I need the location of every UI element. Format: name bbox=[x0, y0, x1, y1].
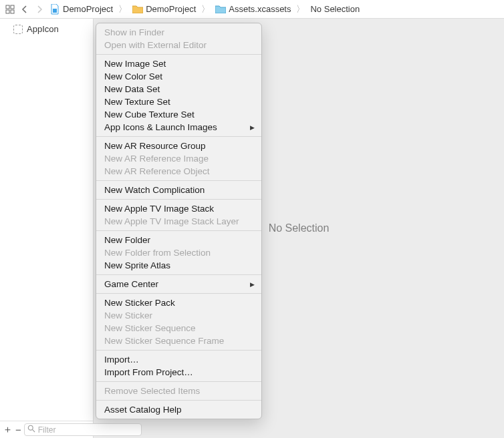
menu-item-label: Remove Selected Items bbox=[104, 386, 200, 396]
breadcrumb-project[interactable]: DemoProject bbox=[48, 0, 114, 18]
menu-item[interactable]: App Icons & Launch Images bbox=[96, 121, 261, 134]
back-button[interactable] bbox=[19, 3, 31, 15]
svg-line-6 bbox=[32, 430, 34, 432]
add-button[interactable]: ＋ bbox=[3, 423, 13, 437]
menu-item: New Sticker Sequence Frame bbox=[96, 335, 261, 347]
menu-separator bbox=[96, 400, 261, 401]
menu-item[interactable]: New Sprite Atlas bbox=[96, 259, 261, 272]
chevron-right-icon: 〉 bbox=[118, 3, 127, 15]
menu-item-label: New Folder bbox=[104, 235, 150, 245]
breadcrumb-assets[interactable]: Assets.xcassets bbox=[214, 0, 292, 18]
breadcrumb-label: DemoProject bbox=[63, 4, 113, 14]
assets-folder-icon bbox=[215, 4, 226, 15]
menu-separator bbox=[96, 350, 261, 351]
menu-item-label: Import From Project… bbox=[104, 367, 193, 377]
menu-item: New AR Reference Image bbox=[96, 152, 261, 165]
chevron-right-icon: 〉 bbox=[201, 3, 210, 15]
folder-icon bbox=[132, 4, 143, 15]
menu-item-label: New Apple TV Image Stack Layer bbox=[104, 216, 239, 226]
menu-item[interactable]: Asset Catalog Help bbox=[96, 403, 261, 416]
menu-item-label: Open with External Editor bbox=[104, 40, 207, 50]
menu-item[interactable]: New AR Resource Group bbox=[96, 140, 261, 152]
sidebar-footer: ＋ − bbox=[0, 421, 93, 438]
svg-rect-4 bbox=[53, 9, 57, 13]
menu-item-label: New AR Reference Image bbox=[104, 154, 209, 164]
menu-separator bbox=[96, 180, 261, 181]
menu-item: New Folder from Selection bbox=[96, 246, 261, 259]
menu-item-label: New Sprite Atlas bbox=[104, 260, 170, 270]
menu-item-label: Asset Catalog Help bbox=[104, 405, 182, 415]
appicon-icon bbox=[13, 25, 23, 34]
remove-button[interactable]: − bbox=[15, 423, 21, 437]
menu-item[interactable]: New Data Set bbox=[96, 83, 261, 95]
menu-item[interactable]: Import… bbox=[96, 353, 261, 366]
project-icon bbox=[49, 4, 60, 15]
menu-item-label: New Sticker Sequence bbox=[104, 323, 196, 333]
breadcrumb-label: No Selection bbox=[310, 4, 360, 14]
svg-point-5 bbox=[28, 425, 33, 430]
menu-item-label: New Sticker Sequence Frame bbox=[104, 336, 224, 346]
menu-item[interactable]: New Apple TV Image Stack bbox=[96, 202, 261, 215]
asset-item-appicon[interactable]: AppIcon bbox=[0, 23, 93, 35]
menu-separator bbox=[96, 136, 261, 137]
menu-item-label: New Image Set bbox=[104, 59, 166, 69]
svg-rect-3 bbox=[11, 10, 14, 13]
breadcrumb-label: Assets.xcassets bbox=[229, 4, 291, 14]
menu-item[interactable]: New Image Set bbox=[96, 57, 261, 70]
menu-item-label: New Apple TV Image Stack bbox=[104, 204, 214, 214]
menu-item-label: App Icons & Launch Images bbox=[104, 122, 217, 132]
menu-item[interactable]: New Color Set bbox=[96, 70, 261, 83]
breadcrumb-selection[interactable]: No Selection bbox=[309, 0, 361, 18]
menu-item: New AR Reference Object bbox=[96, 165, 261, 178]
menu-item-label: Show in Finder bbox=[104, 27, 164, 37]
breadcrumb-bar: DemoProject 〉 DemoProject 〉 Assets.xcass… bbox=[0, 0, 504, 19]
menu-item[interactable]: New Texture Set bbox=[96, 95, 261, 108]
filter-input[interactable] bbox=[38, 425, 138, 435]
menu-item-label: New AR Reference Object bbox=[104, 166, 210, 176]
menu-item-label: New AR Resource Group bbox=[104, 141, 206, 151]
menu-item: Remove Selected Items bbox=[96, 385, 261, 397]
breadcrumb-label: DemoProject bbox=[146, 4, 196, 14]
menu-item-label: New Data Set bbox=[104, 84, 160, 94]
menu-separator bbox=[96, 381, 261, 382]
menu-item[interactable]: New Folder bbox=[96, 234, 261, 246]
menu-separator bbox=[96, 293, 261, 294]
asset-item-label: AppIcon bbox=[27, 24, 59, 34]
menu-separator bbox=[96, 274, 261, 275]
context-menu: Show in FinderOpen with External EditorN… bbox=[96, 23, 262, 419]
menu-item-label: New Color Set bbox=[104, 71, 162, 81]
menu-item: Open with External Editor bbox=[96, 39, 261, 51]
related-items-icon[interactable] bbox=[4, 3, 16, 15]
chevron-right-icon: 〉 bbox=[296, 3, 305, 15]
menu-item-label: New Watch Complication bbox=[104, 185, 205, 195]
svg-rect-2 bbox=[6, 10, 9, 13]
menu-item[interactable]: Import From Project… bbox=[96, 366, 261, 379]
forward-button[interactable] bbox=[33, 3, 45, 15]
svg-rect-0 bbox=[6, 5, 9, 9]
filter-icon bbox=[27, 425, 35, 435]
menu-item-label: Game Center bbox=[104, 279, 158, 289]
menu-item: New Apple TV Image Stack Layer bbox=[96, 215, 261, 228]
menu-item-label: New Texture Set bbox=[104, 97, 170, 107]
menu-separator bbox=[96, 230, 261, 231]
menu-separator bbox=[96, 54, 261, 55]
asset-list[interactable]: AppIcon bbox=[0, 19, 93, 421]
menu-item[interactable]: New Watch Complication bbox=[96, 184, 261, 196]
menu-item[interactable]: Game Center bbox=[96, 278, 261, 290]
menu-item-label: New Cube Texture Set bbox=[104, 110, 195, 120]
menu-item: New Sticker Sequence bbox=[96, 322, 261, 335]
menu-separator bbox=[96, 199, 261, 200]
breadcrumb-folder[interactable]: DemoProject bbox=[131, 0, 197, 18]
filter-field[interactable] bbox=[24, 423, 142, 436]
menu-item: New Sticker bbox=[96, 309, 261, 322]
menu-item-label: Import… bbox=[104, 355, 139, 365]
menu-item: Show in Finder bbox=[96, 26, 261, 39]
menu-item-label: New Folder from Selection bbox=[104, 248, 211, 258]
asset-sidebar: AppIcon ＋ − bbox=[0, 19, 94, 438]
menu-item[interactable]: New Cube Texture Set bbox=[96, 108, 261, 121]
svg-rect-1 bbox=[11, 5, 14, 9]
menu-item-label: New Sticker Pack bbox=[104, 298, 175, 308]
empty-selection-label: No Selection bbox=[269, 222, 330, 234]
menu-item[interactable]: New Sticker Pack bbox=[96, 296, 261, 309]
menu-item-label: New Sticker bbox=[104, 310, 152, 320]
